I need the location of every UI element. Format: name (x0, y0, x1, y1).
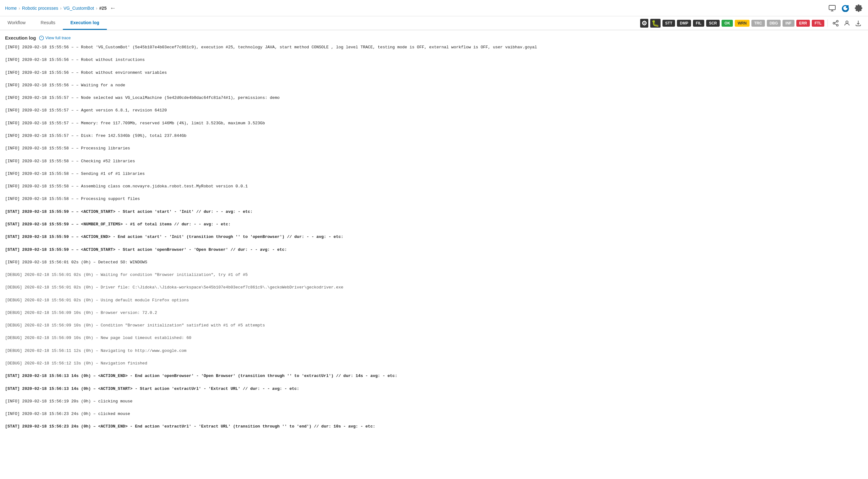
log-line: [INFO] 2020-02-18 15:55:58 – – Processin… (5, 196, 863, 202)
settings-icon[interactable] (854, 4, 863, 12)
filter-gear-icon[interactable]: ⚙ (640, 19, 648, 28)
filter-wrn[interactable]: WRN (735, 20, 749, 27)
log-line: [DEBUG] 2020-02-18 15:56:11 12s (0h) – N… (5, 348, 863, 354)
breadcrumb-sep2: › (60, 6, 62, 11)
svg-point-9 (846, 21, 848, 23)
svg-rect-0 (829, 5, 835, 10)
tab-bar-right: ⚙ 🐛 STT DMP FIL SCR OK WRN TRC DBG INF E… (640, 16, 868, 30)
breadcrumb-bot[interactable]: VG_CustomBot (63, 6, 94, 11)
log-line: [STAT] 2020-02-18 15:56:13 14s (0h) – <A… (5, 373, 863, 379)
log-line: [STAT] 2020-02-18 15:55:59 – – <NUMBER_O… (5, 221, 863, 228)
filter-dmp[interactable]: DMP (677, 20, 691, 27)
log-line: [INFO] 2020-02-18 15:55:57 – – Disk: fre… (5, 133, 863, 139)
back-button[interactable]: ← (108, 4, 117, 12)
share-icon[interactable] (831, 19, 840, 27)
log-line: [DEBUG] 2020-02-18 15:56:01 02s (0h) – U… (5, 297, 863, 304)
log-container: [INFO] 2020-02-18 15:55:56 – – Robot 'VG… (5, 44, 863, 436)
log-line: [STAT] 2020-02-18 15:56:23 24s (0h) – <A… (5, 423, 863, 430)
log-line: [INFO] 2020-02-18 15:56:01 02s (0h) – De… (5, 259, 863, 266)
log-line: [DEBUG] 2020-02-18 15:56:09 10s (0h) – B… (5, 310, 863, 316)
breadcrumb-sep1: › (19, 6, 20, 11)
log-line: [INFO] 2020-02-18 15:56:19 20s (0h) – cl… (5, 398, 863, 405)
breadcrumb-execution: #25 (99, 6, 106, 11)
log-line: [INFO] 2020-02-18 15:55:56 – – Robot wit… (5, 70, 863, 76)
refresh-icon[interactable] (841, 4, 850, 12)
download-icon[interactable] (854, 19, 863, 27)
filter-bug-icon[interactable]: 🐛 (650, 19, 660, 28)
filter-err[interactable]: ERR (796, 20, 810, 27)
log-line: [DEBUG] 2020-02-18 15:56:01 02s (0h) – D… (5, 284, 863, 290)
filter-dbg[interactable]: DBG (767, 20, 781, 27)
tab-results[interactable]: Results (33, 16, 63, 30)
view-full-trace-link[interactable]: View full trace (39, 35, 71, 40)
tab-execution-log[interactable]: Execution log (63, 16, 107, 30)
breadcrumb-home[interactable]: Home (5, 6, 17, 11)
section-title: Execution log (5, 35, 36, 40)
monitor-icon[interactable] (828, 4, 837, 12)
breadcrumb-robotic[interactable]: Robotic processes (22, 6, 58, 11)
log-line: [STAT] 2020-02-18 15:56:13 14s (0h) – <A… (5, 386, 863, 392)
log-line: [DEBUG] 2020-02-18 15:56:01 02s (0h) – W… (5, 272, 863, 278)
user-icon[interactable] (842, 19, 852, 27)
log-line: [STAT] 2020-02-18 15:55:59 – – <ACTION_S… (5, 209, 863, 215)
log-line: [INFO] 2020-02-18 15:55:57 – – Node sele… (5, 95, 863, 101)
tab-bar: Workflow Results Execution log ⚙ 🐛 STT D… (0, 16, 868, 30)
log-line: [STAT] 2020-02-18 15:55:59 – – <ACTION_S… (5, 247, 863, 253)
svg-line-8 (835, 21, 837, 23)
filter-trc[interactable]: TRC (751, 20, 765, 27)
breadcrumb: Home › Robotic processes › VG_CustomBot … (5, 4, 117, 12)
header: Home › Robotic processes › VG_CustomBot … (0, 0, 868, 16)
filter-fil[interactable]: FIL (693, 20, 704, 27)
log-line: [INFO] 2020-02-18 15:55:58 – – Processin… (5, 145, 863, 151)
svg-point-4 (837, 20, 838, 22)
filter-inf[interactable]: INF (782, 20, 794, 27)
log-line: [INFO] 2020-02-18 15:55:58 – – Assemblin… (5, 183, 863, 190)
main-content: Execution log View full trace [INFO] 202… (0, 30, 868, 479)
filter-stt[interactable]: STT (662, 20, 675, 27)
log-line: [DEBUG] 2020-02-18 15:56:09 10s (0h) – N… (5, 335, 863, 341)
log-line: [INFO] 2020-02-18 15:55:58 – – Sending #… (5, 171, 863, 177)
divider (828, 20, 828, 27)
log-line: [INFO] 2020-02-18 15:55:58 – – Checking … (5, 158, 863, 165)
breadcrumb-sep3: › (96, 6, 97, 11)
log-line: [INFO] 2020-02-18 15:55:57 – – Memory: f… (5, 120, 863, 127)
log-line: [INFO] 2020-02-18 15:56:23 24s (0h) – cl… (5, 411, 863, 417)
log-line: [INFO] 2020-02-18 15:55:57 – – Agent ver… (5, 107, 863, 114)
log-line: [INFO] 2020-02-18 15:55:56 – – Robot wit… (5, 57, 863, 63)
log-line: [INFO] 2020-02-18 15:55:56 – – Waiting f… (5, 82, 863, 89)
log-line: [INFO] 2020-02-18 15:55:56 – – Robot 'VG… (5, 44, 863, 50)
log-line: [DEBUG] 2020-02-18 15:56:09 10s (0h) – C… (5, 322, 863, 329)
svg-point-6 (837, 24, 838, 26)
svg-line-7 (835, 24, 837, 25)
section-title-row: Execution log View full trace (5, 35, 863, 40)
filter-ftl[interactable]: FTL (812, 20, 824, 27)
log-line: [DEBUG] 2020-02-18 15:56:12 13s (0h) – N… (5, 361, 863, 367)
header-icons (828, 4, 863, 12)
svg-point-5 (833, 22, 835, 24)
log-line: [STAT] 2020-02-18 15:55:59 – – <ACTION_E… (5, 234, 863, 240)
tab-workflow[interactable]: Workflow (0, 16, 33, 30)
filter-ok[interactable]: OK (721, 20, 733, 27)
filter-scr[interactable]: SCR (706, 20, 720, 27)
